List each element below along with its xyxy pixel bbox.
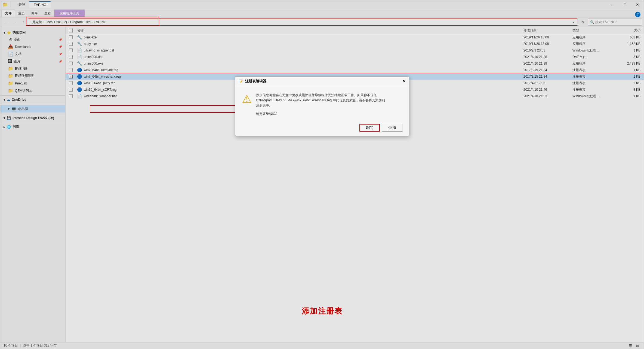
dialog-yes-button[interactable]: 是(Y) bbox=[359, 124, 380, 132]
dialog-overlay: 📝 注册表编辑器 ✕ ⚠ 添加信息可能会在无意中更改或删除值并导致组件无法继续正… bbox=[0, 0, 644, 349]
dialog-question: 确定要继续吗? bbox=[256, 112, 385, 116]
dialog-no-button[interactable]: 否(N) bbox=[382, 124, 402, 132]
dialog-warning-icon: ⚠ bbox=[242, 93, 252, 116]
dialog-buttons: 是(Y) 否(N) bbox=[235, 121, 409, 136]
dialog-close-button[interactable]: ✕ bbox=[403, 79, 406, 83]
registry-editor-dialog: 📝 注册表编辑器 ✕ ⚠ 添加信息可能会在无意中更改或删除值并导致组件无法继续正… bbox=[235, 76, 409, 136]
dialog-body: ⚠ 添加信息可能会在无意中更改或删除值并导致组件无法继续正常工作。如果你不信任 … bbox=[235, 86, 409, 121]
dialog-title: 注册表编辑器 bbox=[245, 79, 266, 84]
dialog-title-bar: 📝 注册表编辑器 ✕ bbox=[235, 77, 409, 86]
dialog-icon-small: 📝 bbox=[239, 79, 243, 83]
dialog-message-area: 添加信息可能会在无意中更改或删除值并导致组件无法继续正常工作。如果你不信任 C:… bbox=[256, 93, 385, 116]
dialog-message: 添加信息可能会在无意中更改或删除值并导致组件无法继续正常工作。如果你不信任 C:… bbox=[256, 93, 385, 108]
